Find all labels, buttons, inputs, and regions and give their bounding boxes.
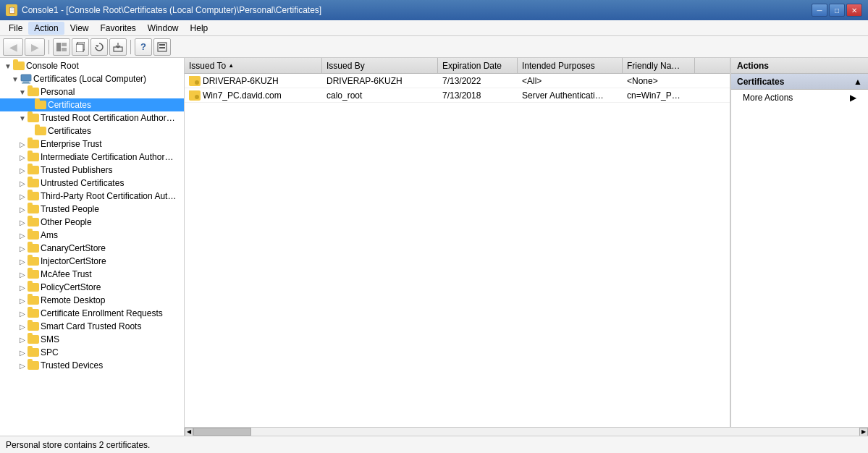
tree-item-ams[interactable]: ▷ Ams bbox=[0, 229, 184, 242]
forward-button[interactable]: ▶ bbox=[25, 38, 45, 56]
tree-label-trusted-people: Trusted People bbox=[41, 204, 99, 214]
tree-item-trusted-root-certs[interactable]: Certificates bbox=[0, 124, 184, 137]
expand-icon[interactable]: ▷ bbox=[17, 308, 28, 318]
tree-item-trusted-people[interactable]: ▷ Trusted People bbox=[0, 203, 184, 216]
expand-icon[interactable]: ▷ bbox=[17, 360, 28, 371]
tree-label-smart-card-roots: Smart Card Trusted Roots bbox=[41, 321, 141, 331]
tree-item-trusted-root[interactable]: ▼ Trusted Root Certification Author… bbox=[0, 111, 184, 124]
tree-label-personal: Personal bbox=[41, 87, 75, 97]
tree-label-trusted-devices: Trusted Devices bbox=[41, 360, 103, 371]
scroll-thumb[interactable] bbox=[193, 428, 251, 436]
tree-label-trusted-root-certs: Certificates bbox=[48, 126, 91, 136]
expand-icon[interactable]: ▷ bbox=[17, 178, 28, 188]
tree-label-spc: SPC bbox=[41, 347, 59, 357]
col-header-issued-to[interactable]: Issued To ▲ bbox=[185, 58, 322, 73]
tree-item-enterprise-trust[interactable]: ▷ Enterprise Trust bbox=[0, 137, 184, 151]
expand-icon[interactable]: ▷ bbox=[17, 295, 28, 305]
expand-icon[interactable]: ▷ bbox=[17, 165, 28, 175]
list-scrollbar[interactable]: ◀ ▶ bbox=[185, 427, 868, 436]
copy-button[interactable] bbox=[72, 38, 89, 56]
tree-item-remote-desktop[interactable]: ▷ Remote Desktop bbox=[0, 294, 184, 307]
folder-icon bbox=[28, 295, 39, 306]
col-header-purposes[interactable]: Intended Purposes bbox=[518, 58, 623, 73]
tree-item-trusted-devices[interactable]: ▷ Trusted Devices bbox=[0, 359, 184, 372]
expand-icon[interactable]: ▼ bbox=[3, 61, 13, 71]
tree-item-console-root[interactable]: ▼ Console Root bbox=[0, 59, 184, 72]
more-actions-item[interactable]: More Actions ▶ bbox=[731, 90, 868, 106]
col-header-issued-by[interactable]: Issued By bbox=[322, 58, 438, 73]
svg-marker-5 bbox=[96, 45, 99, 47]
cert-icon bbox=[189, 90, 201, 101]
expand-icon[interactable]: ▷ bbox=[17, 230, 28, 240]
actions-section-certs[interactable]: Certificates ▲ bbox=[731, 74, 868, 90]
tree-item-mcafee[interactable]: ▷ McAfee Trust bbox=[0, 268, 184, 281]
menu-action[interactable]: Action bbox=[28, 22, 64, 35]
menu-help[interactable]: Help bbox=[185, 22, 214, 35]
tree-item-untrusted-certs[interactable]: ▷ Untrusted Certificates bbox=[0, 177, 184, 190]
svg-rect-0 bbox=[56, 43, 61, 51]
tree-label-other-people: Other People bbox=[41, 217, 92, 227]
menu-file[interactable]: File bbox=[3, 22, 28, 35]
tree-item-policy-cert[interactable]: ▷ PolicyCertStore bbox=[0, 281, 184, 294]
close-button[interactable]: ✕ bbox=[846, 4, 862, 17]
expand-icon[interactable]: ▷ bbox=[17, 191, 28, 201]
expand-icon[interactable]: ▷ bbox=[17, 256, 28, 266]
refresh-button[interactable] bbox=[90, 38, 108, 56]
table-row[interactable]: Win7_PC.david.com calo_root 7/13/2018 Se… bbox=[185, 88, 730, 103]
scroll-left-button[interactable]: ◀ bbox=[185, 428, 193, 436]
help-button[interactable]: ? bbox=[135, 38, 152, 56]
tree-label-untrusted-certs: Untrusted Certificates bbox=[41, 178, 124, 188]
menu-view[interactable]: View bbox=[64, 22, 95, 35]
expand-icon[interactable]: ▷ bbox=[17, 347, 28, 357]
cell-friendly-2: cn=Win7_P… bbox=[623, 90, 695, 101]
tree-label-sms: SMS bbox=[41, 334, 59, 344]
svg-rect-9 bbox=[159, 47, 165, 48]
expand-icon[interactable]: ▼ bbox=[17, 87, 28, 97]
more-actions-label: More Actions bbox=[743, 93, 793, 103]
tree-item-other-people[interactable]: ▷ Other People bbox=[0, 216, 184, 229]
svg-rect-1 bbox=[62, 43, 67, 46]
minimize-button[interactable]: ─ bbox=[812, 4, 827, 17]
show-hide-tree-button[interactable] bbox=[53, 38, 70, 56]
expand-icon[interactable]: ▷ bbox=[17, 217, 28, 227]
svg-rect-4 bbox=[76, 44, 83, 52]
expand-icon[interactable]: ▷ bbox=[17, 243, 28, 253]
tree-item-personal-certs[interactable]: Certificates bbox=[0, 98, 184, 111]
expand-icon[interactable]: ▼ bbox=[10, 74, 20, 84]
properties-button[interactable] bbox=[153, 38, 171, 56]
tree-item-certs-local[interactable]: ▼ Certificates (Local Computer) bbox=[0, 72, 184, 85]
tree-item-intermediate-ca[interactable]: ▷ Intermediate Certification Author… bbox=[0, 151, 184, 164]
list-view[interactable]: Issued To ▲ Issued By Expiration Date In… bbox=[185, 58, 730, 427]
expand-icon[interactable]: ▷ bbox=[17, 139, 28, 149]
tree-item-spc[interactable]: ▷ SPC bbox=[0, 346, 184, 359]
tree-item-personal[interactable]: ▼ Personal bbox=[0, 85, 184, 98]
expand-icon[interactable]: ▷ bbox=[17, 152, 28, 162]
export-button[interactable] bbox=[109, 38, 127, 56]
expand-icon[interactable]: ▷ bbox=[17, 204, 28, 214]
scroll-right-button[interactable]: ▶ bbox=[859, 428, 868, 436]
tree-item-canary[interactable]: ▷ CanaryCertStore bbox=[0, 242, 184, 255]
svg-rect-12 bbox=[22, 82, 30, 84]
expand-icon[interactable]: ▷ bbox=[17, 269, 28, 279]
right-panel: Issued To ▲ Issued By Expiration Date In… bbox=[185, 58, 868, 436]
col-header-friendly[interactable]: Friendly Na… bbox=[623, 58, 695, 73]
table-row[interactable]: DRIVERAP-6KUZH DRIVERAP-6KUZH 7/13/2022 … bbox=[185, 74, 730, 88]
restore-button[interactable]: □ bbox=[829, 4, 845, 17]
menu-favorites[interactable]: Favorites bbox=[95, 22, 142, 35]
col-issued-to-label: Issued To bbox=[189, 61, 226, 71]
back-button[interactable]: ◀ bbox=[3, 38, 23, 56]
expand-icon[interactable]: ▷ bbox=[17, 282, 28, 292]
tree-item-injector[interactable]: ▷ InjectorCertStore bbox=[0, 255, 184, 268]
tree-item-sms[interactable]: ▷ SMS bbox=[0, 333, 184, 346]
tree-item-third-party-root[interactable]: ▷ Third-Party Root Certification Aut… bbox=[0, 190, 184, 203]
tree-item-cert-enrollment[interactable]: ▷ Certificate Enrollment Requests bbox=[0, 307, 184, 320]
expand-icon[interactable]: ▼ bbox=[17, 113, 28, 123]
tree-panel[interactable]: ▼ Console Root ▼ Certificates (Local Com… bbox=[0, 58, 185, 436]
tree-item-trusted-publishers[interactable]: ▷ Trusted Publishers bbox=[0, 164, 184, 177]
scroll-track[interactable] bbox=[193, 428, 859, 436]
expand-icon[interactable]: ▷ bbox=[17, 321, 28, 331]
expand-icon[interactable]: ▷ bbox=[17, 334, 28, 344]
tree-item-smart-card-roots[interactable]: ▷ Smart Card Trusted Roots bbox=[0, 320, 184, 333]
col-header-expiry[interactable]: Expiration Date bbox=[438, 58, 518, 73]
menu-window[interactable]: Window bbox=[142, 22, 185, 35]
